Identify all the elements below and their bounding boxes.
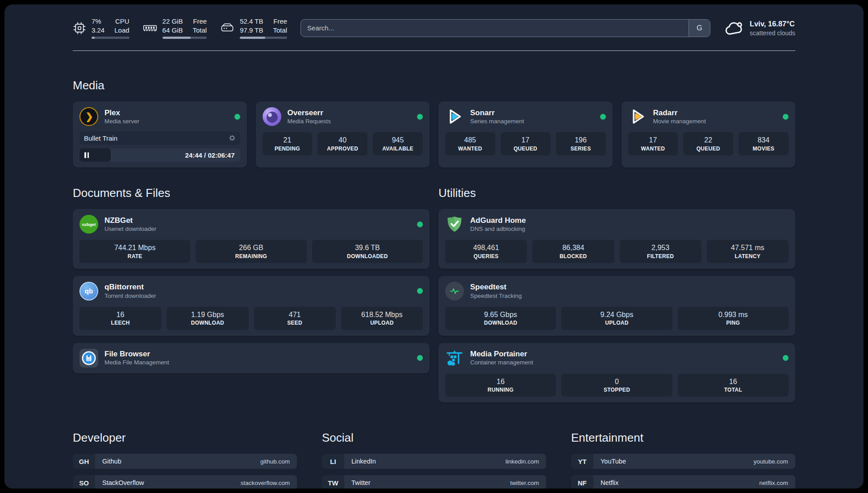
stat-value: 9.65 Gbps <box>447 310 554 320</box>
app-card-qbittorrent[interactable]: qb qBittorrent Torrent downloader 16 <box>73 276 430 336</box>
search-input[interactable] <box>300 19 710 37</box>
bookmark-twitter[interactable]: TW Twitter twitter.com <box>322 475 546 489</box>
weather-condition: scattered clouds <box>750 29 795 37</box>
bookmark-url: github.com <box>260 458 290 465</box>
stat-value: 471 <box>256 310 334 320</box>
cpu-load-label: Load <box>114 26 129 35</box>
section-title-media: Media <box>73 79 795 92</box>
stat-tile: 0 STOPPED <box>561 374 672 397</box>
app-card-speedtest[interactable]: Speedtest Speedtest Tracking 9.65 Gbps D… <box>438 276 795 336</box>
stat-tile: 9.65 Gbps DOWNLOAD <box>445 307 556 330</box>
bookmark-url: netflix.com <box>759 480 788 486</box>
app-name: NZBGet <box>104 216 156 225</box>
stat-value: 47.571 ms <box>709 243 787 253</box>
stat-label: UPLOAD <box>563 319 670 326</box>
stat-value: 485 <box>447 135 493 145</box>
stat-label: LEECH <box>81 319 159 326</box>
stat-label: DOWNLOADED <box>314 253 421 260</box>
memory-total-label: Total <box>192 26 207 35</box>
app-card-portainer[interactable]: Media Portainer Container management 16 … <box>438 343 795 403</box>
stat-tile: 945 AVAILABLE <box>373 132 423 155</box>
status-dot <box>783 355 789 361</box>
cpu-icon <box>73 21 86 35</box>
app-card-sonarr[interactable]: Sonarr Series management 485 WANTED 17 Q… <box>438 101 613 167</box>
stat-label: WANTED <box>630 145 676 152</box>
app-card-overseerr[interactable]: Overseerr Media Requests 21 PENDING 40 A… <box>256 101 430 167</box>
bookmark-name: StackOverflow <box>102 479 144 486</box>
stat-tile: 1.19 Gbps DOWNLOAD <box>167 307 248 330</box>
stat-tile: 40 APPROVED <box>317 132 367 155</box>
playback-progress-bar: 24:44 / 02:06:47 <box>79 148 240 162</box>
stat-tile: 16 LEECH <box>79 307 161 330</box>
app-name: Radarr <box>653 108 706 117</box>
disk-progress-bar <box>240 37 287 39</box>
app-name: Sonarr <box>470 108 524 117</box>
stat-value: 17 <box>502 135 549 145</box>
memory-free-value: 22 GiB <box>163 17 183 26</box>
stat-value: 39.6 TB <box>314 243 421 253</box>
weather-location-temp: Lviv, 16.87°C <box>750 19 795 29</box>
stat-tile: 471 SEED <box>254 307 336 330</box>
now-playing-title: Bullet Train <box>84 134 117 142</box>
bookmark-github[interactable]: GH Github github.com <box>73 454 297 469</box>
stat-value: 0.993 ms <box>680 310 787 320</box>
stat-label: APPROVED <box>319 145 366 152</box>
stat-value: 9.24 Gbps <box>563 310 670 320</box>
stat-value: 21 <box>264 135 311 145</box>
stat-label: TOTAL <box>680 386 787 393</box>
stat-label: QUERIES <box>447 253 525 260</box>
stat-label: DOWNLOAD <box>168 319 246 326</box>
stat-tile: 22 QUEUED <box>683 132 733 155</box>
app-card-filebrowser[interactable]: File Browser Media File Management <box>73 343 430 373</box>
stat-value: 0 <box>563 377 670 387</box>
app-name: File Browser <box>104 349 169 359</box>
now-playing-row: Bullet Train <box>79 131 240 145</box>
stat-tile: 196 SERIES <box>556 132 606 155</box>
stat-label: RATE <box>81 253 188 260</box>
bookmark-linkedin[interactable]: LI LinkedIn linkedin.com <box>322 454 546 469</box>
app-description: Media server <box>104 117 139 125</box>
overseerr-icon <box>263 107 281 126</box>
app-card-adguard[interactable]: AdGuard Home DNS and adblocking 498,461 … <box>438 209 795 269</box>
app-card-plex[interactable]: ❯ Plex Media server Bullet Train <box>73 101 247 167</box>
adguard-icon <box>445 215 464 234</box>
search-engine-button[interactable]: G <box>689 20 710 37</box>
stat-value: 86,384 <box>534 243 612 253</box>
stat-label: RUNNING <box>447 386 554 393</box>
bookmark-url: linkedin.com <box>505 458 539 465</box>
status-dot <box>417 355 423 361</box>
stat-value: 16 <box>81 310 159 320</box>
status-dot <box>417 221 423 227</box>
stat-label: MOVIES <box>740 145 787 152</box>
stat-tile: 0.993 ms PING <box>678 307 789 330</box>
bookmark-url: twitter.com <box>510 480 539 486</box>
bookmark-abbr: YT <box>571 454 593 469</box>
stat-tile: 16 TOTAL <box>678 374 789 397</box>
stat-tile: 39.6 TB DOWNLOADED <box>312 240 423 263</box>
app-description: Speedtest Tracking <box>470 292 522 300</box>
bookmark-stackoverflow[interactable]: SO StackOverflow stackoverflow.com <box>73 475 297 489</box>
stat-tile: 834 MOVIES <box>739 132 789 155</box>
qbittorrent-icon: qb <box>79 282 98 301</box>
section-title-entertainment: Entertainment <box>571 431 795 445</box>
stat-value: 17 <box>630 135 676 145</box>
bookmark-name: Netflix <box>601 479 618 486</box>
app-description: Media File Management <box>104 359 169 367</box>
bookmark-netflix[interactable]: NF Netflix netflix.com <box>571 475 795 489</box>
stat-value: 945 <box>375 135 421 145</box>
app-name: Media Portainer <box>470 349 533 359</box>
bookmark-abbr: SO <box>73 475 95 489</box>
stat-tile: 16 RUNNING <box>445 374 556 397</box>
stat-tile: 17 WANTED <box>628 132 678 155</box>
app-card-nzbget[interactable]: nzbget NZBGet Usenet downloader 744.21 M… <box>73 209 430 269</box>
bookmark-youtube[interactable]: YT YouTube youtube.com <box>571 454 795 469</box>
stat-value: 16 <box>680 377 787 387</box>
cpu-progress-bar <box>92 37 129 39</box>
speedtest-icon <box>445 282 464 301</box>
gear-icon[interactable] <box>229 134 236 142</box>
stat-label: QUEUED <box>685 145 731 152</box>
app-name: AdGuard Home <box>470 216 526 225</box>
stat-value: 1.19 Gbps <box>168 310 246 320</box>
nzbget-icon: nzbget <box>79 215 98 234</box>
app-card-radarr[interactable]: Radarr Movie management 17 WANTED 22 QUE… <box>622 101 796 167</box>
